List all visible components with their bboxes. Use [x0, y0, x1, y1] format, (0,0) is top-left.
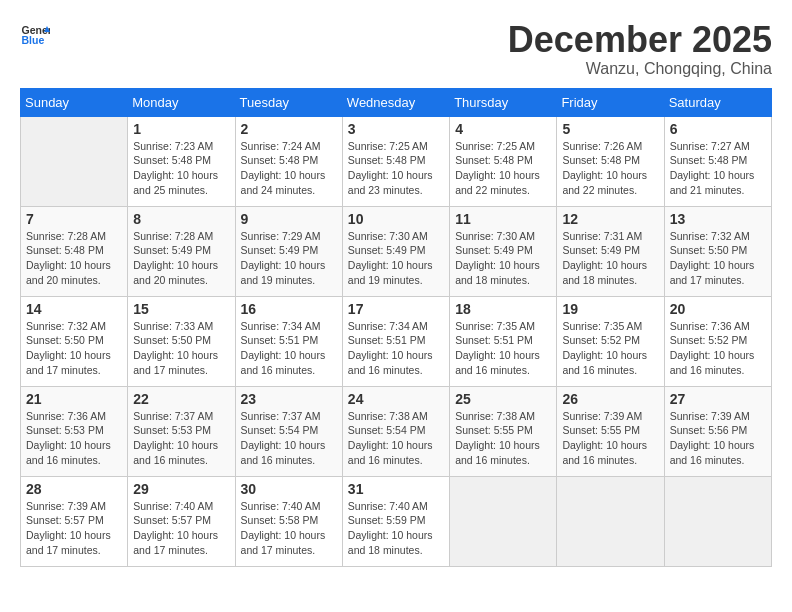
day-info: Sunrise: 7:37 AM Sunset: 5:53 PM Dayligh… [133, 409, 229, 468]
day-info: Sunrise: 7:36 AM Sunset: 5:52 PM Dayligh… [670, 319, 766, 378]
day-number: 17 [348, 301, 444, 317]
day-info: Sunrise: 7:40 AM Sunset: 5:57 PM Dayligh… [133, 499, 229, 558]
day-number: 13 [670, 211, 766, 227]
day-number: 23 [241, 391, 337, 407]
calendar-cell: 12Sunrise: 7:31 AM Sunset: 5:49 PM Dayli… [557, 206, 664, 296]
day-info: Sunrise: 7:25 AM Sunset: 5:48 PM Dayligh… [455, 139, 551, 198]
day-number: 15 [133, 301, 229, 317]
day-number: 6 [670, 121, 766, 137]
calendar-cell: 4Sunrise: 7:25 AM Sunset: 5:48 PM Daylig… [450, 116, 557, 206]
week-row-3: 14Sunrise: 7:32 AM Sunset: 5:50 PM Dayli… [21, 296, 772, 386]
week-row-2: 7Sunrise: 7:28 AM Sunset: 5:48 PM Daylig… [21, 206, 772, 296]
month-title: December 2025 [508, 20, 772, 60]
day-info: Sunrise: 7:38 AM Sunset: 5:54 PM Dayligh… [348, 409, 444, 468]
calendar-cell: 21Sunrise: 7:36 AM Sunset: 5:53 PM Dayli… [21, 386, 128, 476]
calendar-cell: 25Sunrise: 7:38 AM Sunset: 5:55 PM Dayli… [450, 386, 557, 476]
calendar-cell: 9Sunrise: 7:29 AM Sunset: 5:49 PM Daylig… [235, 206, 342, 296]
day-info: Sunrise: 7:40 AM Sunset: 5:59 PM Dayligh… [348, 499, 444, 558]
day-info: Sunrise: 7:34 AM Sunset: 5:51 PM Dayligh… [348, 319, 444, 378]
header-day-saturday: Saturday [664, 88, 771, 116]
calendar-cell: 14Sunrise: 7:32 AM Sunset: 5:50 PM Dayli… [21, 296, 128, 386]
day-info: Sunrise: 7:30 AM Sunset: 5:49 PM Dayligh… [455, 229, 551, 288]
day-number: 20 [670, 301, 766, 317]
calendar-cell: 3Sunrise: 7:25 AM Sunset: 5:48 PM Daylig… [342, 116, 449, 206]
day-info: Sunrise: 7:26 AM Sunset: 5:48 PM Dayligh… [562, 139, 658, 198]
calendar-cell: 29Sunrise: 7:40 AM Sunset: 5:57 PM Dayli… [128, 476, 235, 566]
day-number: 14 [26, 301, 122, 317]
day-info: Sunrise: 7:32 AM Sunset: 5:50 PM Dayligh… [26, 319, 122, 378]
day-number: 1 [133, 121, 229, 137]
calendar-cell: 11Sunrise: 7:30 AM Sunset: 5:49 PM Dayli… [450, 206, 557, 296]
svg-text:Blue: Blue [22, 34, 45, 46]
day-number: 18 [455, 301, 551, 317]
calendar-table: SundayMondayTuesdayWednesdayThursdayFrid… [20, 88, 772, 567]
day-number: 26 [562, 391, 658, 407]
day-number: 3 [348, 121, 444, 137]
header-day-thursday: Thursday [450, 88, 557, 116]
calendar-cell: 26Sunrise: 7:39 AM Sunset: 5:55 PM Dayli… [557, 386, 664, 476]
day-info: Sunrise: 7:32 AM Sunset: 5:50 PM Dayligh… [670, 229, 766, 288]
calendar-cell: 22Sunrise: 7:37 AM Sunset: 5:53 PM Dayli… [128, 386, 235, 476]
calendar-cell: 18Sunrise: 7:35 AM Sunset: 5:51 PM Dayli… [450, 296, 557, 386]
day-number: 24 [348, 391, 444, 407]
day-number: 5 [562, 121, 658, 137]
day-number: 25 [455, 391, 551, 407]
day-info: Sunrise: 7:35 AM Sunset: 5:52 PM Dayligh… [562, 319, 658, 378]
calendar-cell: 2Sunrise: 7:24 AM Sunset: 5:48 PM Daylig… [235, 116, 342, 206]
day-info: Sunrise: 7:33 AM Sunset: 5:50 PM Dayligh… [133, 319, 229, 378]
day-info: Sunrise: 7:39 AM Sunset: 5:56 PM Dayligh… [670, 409, 766, 468]
calendar-cell: 19Sunrise: 7:35 AM Sunset: 5:52 PM Dayli… [557, 296, 664, 386]
day-info: Sunrise: 7:28 AM Sunset: 5:48 PM Dayligh… [26, 229, 122, 288]
page-header: General Blue December 2025 Wanzu, Chongq… [20, 20, 772, 78]
day-info: Sunrise: 7:39 AM Sunset: 5:57 PM Dayligh… [26, 499, 122, 558]
day-number: 7 [26, 211, 122, 227]
day-number: 30 [241, 481, 337, 497]
day-info: Sunrise: 7:36 AM Sunset: 5:53 PM Dayligh… [26, 409, 122, 468]
calendar-cell [450, 476, 557, 566]
calendar-cell: 13Sunrise: 7:32 AM Sunset: 5:50 PM Dayli… [664, 206, 771, 296]
calendar-cell: 15Sunrise: 7:33 AM Sunset: 5:50 PM Dayli… [128, 296, 235, 386]
calendar-cell: 20Sunrise: 7:36 AM Sunset: 5:52 PM Dayli… [664, 296, 771, 386]
day-info: Sunrise: 7:35 AM Sunset: 5:51 PM Dayligh… [455, 319, 551, 378]
day-number: 10 [348, 211, 444, 227]
calendar-cell: 5Sunrise: 7:26 AM Sunset: 5:48 PM Daylig… [557, 116, 664, 206]
day-number: 29 [133, 481, 229, 497]
calendar-cell: 27Sunrise: 7:39 AM Sunset: 5:56 PM Dayli… [664, 386, 771, 476]
day-info: Sunrise: 7:31 AM Sunset: 5:49 PM Dayligh… [562, 229, 658, 288]
calendar-cell: 24Sunrise: 7:38 AM Sunset: 5:54 PM Dayli… [342, 386, 449, 476]
location-title: Wanzu, Chongqing, China [508, 60, 772, 78]
day-info: Sunrise: 7:34 AM Sunset: 5:51 PM Dayligh… [241, 319, 337, 378]
calendar-cell [664, 476, 771, 566]
calendar-cell: 8Sunrise: 7:28 AM Sunset: 5:49 PM Daylig… [128, 206, 235, 296]
day-number: 2 [241, 121, 337, 137]
logo: General Blue [20, 20, 50, 50]
title-section: December 2025 Wanzu, Chongqing, China [508, 20, 772, 78]
day-info: Sunrise: 7:29 AM Sunset: 5:49 PM Dayligh… [241, 229, 337, 288]
week-row-1: 1Sunrise: 7:23 AM Sunset: 5:48 PM Daylig… [21, 116, 772, 206]
calendar-cell [557, 476, 664, 566]
header-day-friday: Friday [557, 88, 664, 116]
calendar-cell: 10Sunrise: 7:30 AM Sunset: 5:49 PM Dayli… [342, 206, 449, 296]
day-info: Sunrise: 7:39 AM Sunset: 5:55 PM Dayligh… [562, 409, 658, 468]
day-info: Sunrise: 7:27 AM Sunset: 5:48 PM Dayligh… [670, 139, 766, 198]
day-number: 22 [133, 391, 229, 407]
header-row: SundayMondayTuesdayWednesdayThursdayFrid… [21, 88, 772, 116]
day-info: Sunrise: 7:38 AM Sunset: 5:55 PM Dayligh… [455, 409, 551, 468]
header-day-tuesday: Tuesday [235, 88, 342, 116]
week-row-4: 21Sunrise: 7:36 AM Sunset: 5:53 PM Dayli… [21, 386, 772, 476]
calendar-cell [21, 116, 128, 206]
week-row-5: 28Sunrise: 7:39 AM Sunset: 5:57 PM Dayli… [21, 476, 772, 566]
day-number: 21 [26, 391, 122, 407]
calendar-cell: 17Sunrise: 7:34 AM Sunset: 5:51 PM Dayli… [342, 296, 449, 386]
logo-icon: General Blue [20, 20, 50, 50]
day-info: Sunrise: 7:37 AM Sunset: 5:54 PM Dayligh… [241, 409, 337, 468]
day-info: Sunrise: 7:40 AM Sunset: 5:58 PM Dayligh… [241, 499, 337, 558]
day-number: 27 [670, 391, 766, 407]
calendar-cell: 16Sunrise: 7:34 AM Sunset: 5:51 PM Dayli… [235, 296, 342, 386]
header-day-wednesday: Wednesday [342, 88, 449, 116]
day-info: Sunrise: 7:25 AM Sunset: 5:48 PM Dayligh… [348, 139, 444, 198]
day-info: Sunrise: 7:23 AM Sunset: 5:48 PM Dayligh… [133, 139, 229, 198]
day-number: 12 [562, 211, 658, 227]
calendar-cell: 7Sunrise: 7:28 AM Sunset: 5:48 PM Daylig… [21, 206, 128, 296]
calendar-cell: 30Sunrise: 7:40 AM Sunset: 5:58 PM Dayli… [235, 476, 342, 566]
